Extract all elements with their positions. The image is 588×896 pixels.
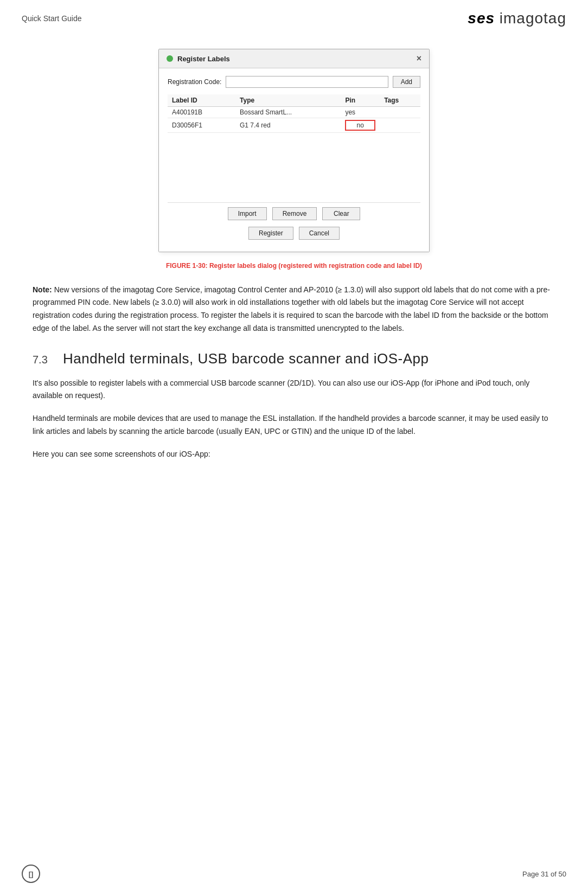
table-spacer-row: [168, 133, 420, 198]
dialog-button-row-1: Import Remove Clear: [168, 202, 420, 223]
col-header-tags: Tags: [380, 94, 420, 107]
cell-pin-2: no: [341, 118, 380, 133]
cell-pin-1: yes: [341, 107, 380, 118]
cell-label-id-1: A400191B: [168, 107, 235, 118]
cell-type-2: G1 7.4 red: [235, 118, 341, 133]
cell-type-1: Bossard SmartL...: [235, 107, 341, 118]
body-paragraph-2: Handheld terminals are mobile devices th…: [33, 412, 555, 438]
remove-button[interactable]: Remove: [272, 207, 317, 220]
page-footer: [] Page 31 of 50: [0, 865, 588, 883]
cell-tags-2: [380, 118, 420, 133]
dialog-titlebar: Register Labels ×: [159, 49, 429, 68]
brand-ses: ses: [468, 10, 495, 27]
section-number: 7.3: [33, 354, 50, 366]
figure-caption: FIGURE 1-30: Register labels dialog (reg…: [33, 262, 555, 270]
cancel-button[interactable]: Cancel: [299, 227, 340, 240]
col-header-label-id: Label ID: [168, 94, 235, 107]
dialog-title: Register Labels: [177, 55, 230, 63]
dialog-titlebar-left: Register Labels: [167, 55, 230, 63]
footer-icon: []: [22, 865, 40, 883]
dialog-button-row-2: Register Cancel: [168, 223, 420, 244]
note-paragraph: Note: New versions of the imagotag Core …: [33, 284, 555, 335]
col-header-type: Type: [235, 94, 341, 107]
cell-label-id-2: D30056F1: [168, 118, 235, 133]
table-row: D30056F1 G1 7.4 red no: [168, 118, 420, 133]
reg-code-input[interactable]: [226, 76, 388, 88]
table-row: A400191B Bossard SmartL... yes: [168, 107, 420, 118]
table-header-row: Label ID Type Pin Tags: [168, 94, 420, 107]
col-header-pin: Pin: [341, 94, 380, 107]
add-button[interactable]: Add: [393, 76, 420, 88]
header-title: Quick Start Guide: [22, 14, 82, 23]
brand-imagotag: imagotag: [500, 10, 566, 27]
labels-table: Label ID Type Pin Tags A400191B Bossard …: [168, 94, 420, 198]
note-label: Note:: [33, 285, 52, 294]
section-heading-row: 7.3 Handheld terminals, USB barcode scan…: [33, 350, 555, 367]
dialog-close-button[interactable]: ×: [417, 54, 421, 63]
brand-logo: ses imagotag: [468, 10, 566, 27]
reg-code-row: Registration Code: Add: [168, 76, 420, 88]
footer-page-number: Page 31 of 50: [522, 870, 566, 878]
reg-code-label: Registration Code:: [168, 78, 221, 86]
body-paragraph-1: It's also possible to register labels wi…: [33, 377, 555, 403]
body-paragraph-3: Here you can see some screenshots of our…: [33, 448, 555, 461]
clear-button[interactable]: Clear: [322, 207, 360, 220]
note-text: New versions of the imagotag Core Servic…: [33, 285, 550, 332]
page-header: Quick Start Guide ses imagotag: [0, 0, 588, 33]
dialog-screenshot: Register Labels × Registration Code: Add…: [158, 49, 430, 252]
import-button[interactable]: Import: [228, 207, 267, 220]
section-title: Handheld terminals, USB barcode scanner …: [63, 350, 429, 367]
dialog-body: Registration Code: Add Label ID Type Pin…: [159, 68, 429, 252]
green-dot-icon: [167, 55, 173, 62]
content-area: Register Labels × Registration Code: Add…: [0, 33, 588, 514]
register-button[interactable]: Register: [248, 227, 293, 240]
cell-tags-1: [380, 107, 420, 118]
pin-value-2: no: [345, 120, 375, 131]
pin-value-1: yes: [345, 108, 355, 116]
